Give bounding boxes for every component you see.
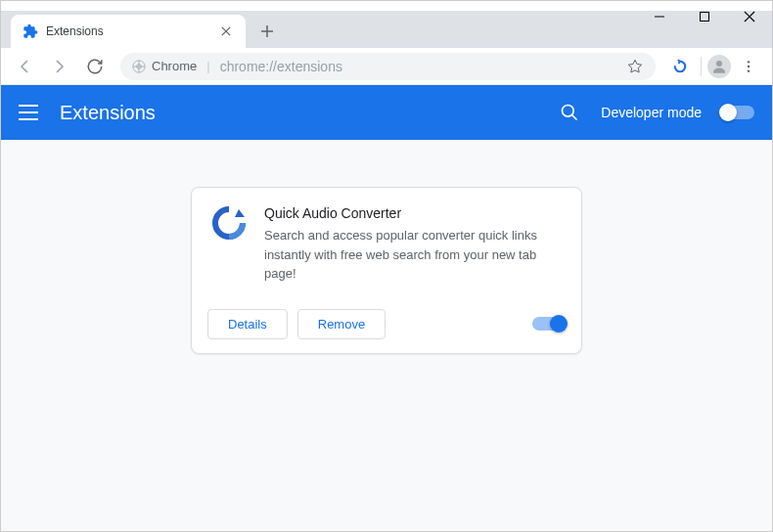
close-window-button[interactable] (727, 1, 772, 32)
maximize-button[interactable] (682, 1, 727, 32)
chip-divider: | (206, 59, 209, 73)
svg-marker-12 (628, 60, 641, 72)
page-header: Extensions Developer mode (1, 85, 772, 140)
hamburger-menu-icon[interactable] (19, 105, 38, 120)
divider (701, 57, 702, 76)
svg-point-14 (748, 61, 750, 63)
extension-name: Quick Audio Converter (264, 205, 562, 221)
security-chip-label: Chrome (152, 59, 197, 73)
new-tab-button[interactable] (253, 18, 281, 45)
header-actions: Developer mode (558, 101, 754, 124)
toolbar-right (665, 51, 764, 82)
enable-extension-toggle[interactable] (532, 317, 566, 331)
extension-description: Search and access popular converter quic… (264, 226, 562, 284)
page-content: Quick Audio Converter Search and access … (1, 140, 772, 532)
remove-button[interactable]: Remove (297, 309, 386, 339)
browser-tab[interactable]: Extensions (11, 15, 246, 48)
profile-avatar[interactable] (707, 55, 731, 78)
search-icon[interactable] (558, 101, 581, 124)
svg-point-13 (716, 61, 722, 66)
card-text: Quick Audio Converter Search and access … (264, 205, 562, 284)
svg-rect-1 (701, 13, 709, 22)
dev-mode-toggle[interactable] (721, 106, 754, 119)
svg-marker-19 (235, 209, 245, 217)
window-controls (637, 1, 772, 32)
minimize-button[interactable] (637, 1, 682, 32)
reload-button[interactable] (79, 51, 111, 82)
url-text: chrome://extensions (220, 59, 616, 74)
security-chip[interactable]: Chrome | (132, 59, 210, 73)
menu-button[interactable] (733, 51, 764, 82)
tab-title: Extensions (46, 24, 210, 38)
card-footer: Details Remove (192, 299, 581, 353)
address-bar[interactable]: Chrome | chrome://extensions (120, 53, 656, 80)
nav-bar: Chrome | chrome://extensions (1, 48, 772, 85)
page-title: Extensions (60, 102, 536, 124)
bookmark-star-icon[interactable] (626, 58, 644, 75)
svg-line-18 (572, 115, 577, 120)
extension-card: Quick Audio Converter Search and access … (191, 187, 582, 354)
close-tab-icon[interactable] (218, 23, 234, 39)
puzzle-icon (23, 23, 38, 39)
svg-point-15 (748, 65, 750, 66)
svg-point-17 (563, 106, 574, 117)
card-body: Quick Audio Converter Search and access … (192, 188, 581, 299)
extension-logo-icon (211, 205, 247, 241)
forward-button[interactable] (44, 51, 75, 82)
dev-mode-label: Developer mode (601, 105, 702, 120)
svg-point-16 (748, 69, 750, 71)
back-button[interactable] (9, 51, 40, 82)
extension-shortcut-icon[interactable] (669, 56, 691, 77)
details-button[interactable]: Details (207, 309, 288, 339)
